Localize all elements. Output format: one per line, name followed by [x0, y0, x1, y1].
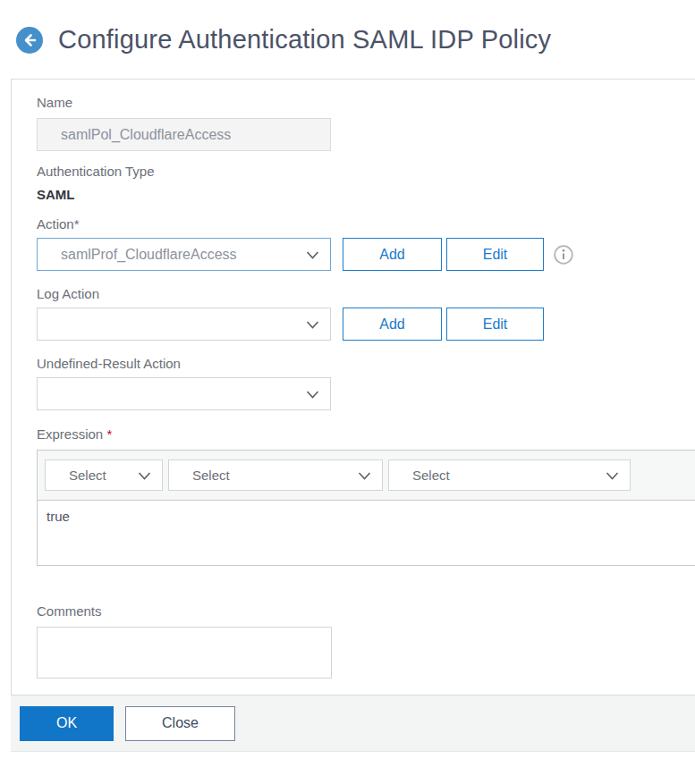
undefined-result-action-select[interactable]	[37, 377, 331, 410]
expression-label: Expression *	[37, 426, 695, 443]
chevron-down-icon	[306, 316, 319, 333]
action-field: Action* samlProf_CloudflareAccess Add Ed…	[37, 216, 695, 271]
expression-select-3[interactable]: Select	[388, 459, 631, 491]
log-action-add-button[interactable]: Add	[343, 308, 442, 341]
expression-toolbar: Select Select Select	[38, 451, 695, 501]
back-button[interactable]	[16, 27, 43, 54]
ok-button[interactable]: OK	[20, 706, 114, 741]
expression-field: Expression * Select Select Select	[37, 426, 695, 566]
chevron-down-icon	[606, 468, 619, 483]
log-action-select[interactable]	[37, 308, 331, 341]
log-action-label: Log Action	[37, 286, 695, 302]
action-select-value: samlProf_CloudflareAccess	[61, 247, 237, 263]
arrow-left-circle-icon	[16, 27, 43, 54]
required-asterisk: *	[106, 426, 112, 442]
chevron-down-icon	[138, 468, 151, 483]
expression-select-1[interactable]: Select	[45, 459, 163, 491]
expression-editor: Select Select Select	[37, 450, 695, 566]
name-field: Name	[37, 95, 695, 151]
page-title: Configure Authentication SAML IDP Policy	[58, 25, 551, 55]
name-label: Name	[37, 95, 695, 111]
log-action-edit-button[interactable]: Edit	[446, 308, 544, 341]
action-label: Action*	[37, 216, 695, 232]
name-input[interactable]	[37, 118, 331, 151]
action-select[interactable]: samlProf_CloudflareAccess	[37, 238, 331, 271]
authentication-type-field: Authentication Type SAML	[37, 164, 695, 203]
action-add-button[interactable]: Add	[343, 238, 442, 271]
chevron-down-icon	[306, 386, 319, 402]
expression-textarea[interactable]: true	[38, 501, 695, 565]
log-action-field: Log Action Add Edit	[37, 286, 695, 341]
authentication-type-value: SAML	[37, 187, 695, 203]
chevron-down-icon	[306, 247, 319, 263]
chevron-down-icon	[358, 468, 371, 483]
comments-textarea[interactable]	[37, 627, 332, 679]
undefined-result-action-field: Undefined-Result Action	[37, 356, 695, 410]
undefined-result-action-label: Undefined-Result Action	[37, 356, 695, 372]
comments-label: Comments	[37, 603, 695, 620]
action-edit-button[interactable]: Edit	[446, 238, 544, 271]
expression-select-2[interactable]: Select	[168, 459, 383, 491]
close-button[interactable]: Close	[125, 706, 235, 741]
authentication-type-label: Authentication Type	[37, 164, 695, 180]
form-panel: Name Authentication Type SAML Action* sa…	[11, 79, 695, 695]
page-header: Configure Authentication SAML IDP Policy	[0, 0, 695, 55]
comments-field: Comments	[37, 603, 695, 679]
action-info-icon[interactable]	[554, 245, 573, 265]
footer-bar: OK Close	[11, 695, 695, 752]
